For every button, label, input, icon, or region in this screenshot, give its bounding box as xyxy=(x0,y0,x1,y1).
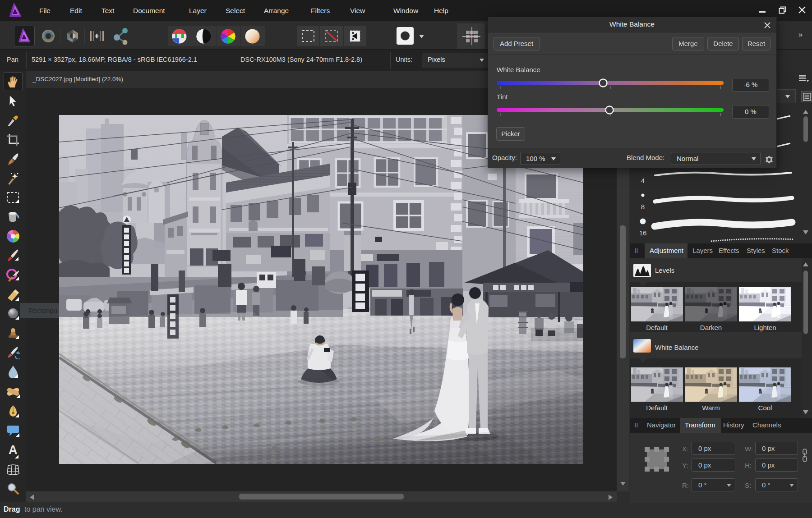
svg-text:4: 4 xyxy=(641,177,645,184)
svg-text:16: 16 xyxy=(639,229,647,237)
svg-text:8: 8 xyxy=(641,203,645,211)
